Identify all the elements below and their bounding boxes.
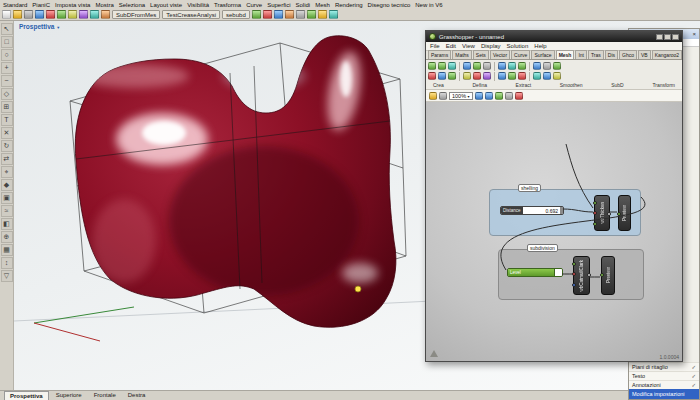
ribbon-group-crea[interactable]: Crea	[433, 82, 444, 88]
gh-tab-sets[interactable]: Sets	[473, 50, 489, 59]
menu-item-pianic[interactable]: PianiC	[32, 2, 50, 8]
group-shelling[interactable]: shelling Distance 0.692 wbThicken Previe…	[489, 189, 641, 236]
ribbon-group-extract[interactable]: Extract	[516, 82, 532, 88]
checkmark-icon[interactable]: ✓	[691, 381, 696, 389]
menu-item-seleziona[interactable]: Seleziona	[119, 2, 145, 8]
subdfrommesh-button[interactable]: SubDFromMes	[112, 10, 160, 19]
list-item[interactable]: Testo ✓	[629, 371, 699, 380]
group-label[interactable]: shelling	[518, 184, 541, 192]
text-icon[interactable]: T	[1, 114, 13, 126]
gh-menu-file[interactable]: File	[430, 43, 440, 49]
input-nub[interactable]	[600, 273, 604, 277]
gh-component-icon[interactable]	[463, 72, 471, 80]
sebubd-button[interactable]: sebubd	[222, 10, 250, 19]
tab-frontale[interactable]: Frontale	[89, 391, 121, 400]
gh-component-icon[interactable]	[483, 62, 491, 70]
point-icon[interactable]: +	[1, 62, 13, 74]
gh-tab-kangaroo2[interactable]: Kangaroo2	[652, 50, 682, 59]
open-file-icon[interactable]	[13, 10, 22, 19]
gh-component-icon[interactable]	[438, 72, 446, 80]
gh-tab-maths[interactable]: Maths	[452, 50, 472, 59]
mesh-icon[interactable]: ▦	[1, 244, 13, 256]
gh-component-icon[interactable]	[483, 72, 491, 80]
extrude-icon[interactable]: ↕	[1, 257, 13, 269]
menu-item-solidi[interactable]: Solidi	[296, 2, 311, 8]
group-label[interactable]: subdivision	[527, 244, 558, 252]
menu-item-visibilita[interactable]: Visibilità	[187, 2, 209, 8]
open-document-icon[interactable]	[429, 92, 437, 100]
undo-icon[interactable]	[46, 10, 55, 19]
gh-tab-transform[interactable]: Tras	[588, 50, 604, 59]
wbthicken-component[interactable]: wbThicken	[594, 195, 610, 231]
close-icon[interactable]	[672, 34, 679, 40]
gh-tab-display[interactable]: Dis	[605, 50, 618, 59]
output-nub[interactable]	[607, 212, 611, 216]
menu-item-trasforma[interactable]: Trasforma	[214, 2, 241, 8]
print-icon[interactable]	[35, 10, 44, 19]
gh-component-icon[interactable]	[473, 72, 481, 80]
list-item[interactable]: Piani di ritaglio ✓	[629, 362, 699, 371]
gh-component-icon[interactable]	[498, 62, 506, 70]
menu-item-disegno-tecnico[interactable]: Disegno tecnico	[368, 2, 411, 8]
menu-item-imposta-vista[interactable]: Imposta vista	[55, 2, 90, 8]
input-nub[interactable]	[593, 222, 597, 226]
join-icon[interactable]: ⊕	[1, 231, 13, 243]
zoom-in-icon[interactable]	[475, 92, 483, 100]
rebuild-icon[interactable]: ≈	[1, 205, 13, 217]
gh-tab-surface[interactable]: Surface	[531, 50, 554, 59]
subd-blob[interactable]	[75, 36, 396, 327]
list-item[interactable]: Annotazioni ✓	[629, 380, 699, 389]
gh-component-icon[interactable]	[508, 72, 516, 80]
gh-menu-display[interactable]: Display	[481, 43, 501, 49]
ribbon-group-transform[interactable]: Transform	[652, 82, 675, 88]
preview-component[interactable]: Preview	[601, 256, 615, 295]
gh-tab-curve[interactable]: Curve	[511, 50, 530, 59]
circle-icon[interactable]: ○	[1, 49, 13, 61]
osnap-icon[interactable]: ⌖	[1, 166, 13, 178]
grasshopper-titlebar[interactable]: Grasshopper - unnamed	[426, 31, 682, 42]
input-nub[interactable]	[572, 272, 576, 276]
gh-component-icon[interactable]	[448, 62, 456, 70]
gh-component-icon[interactable]	[438, 62, 446, 70]
move-icon[interactable]	[101, 10, 110, 19]
ribbon-group-defina[interactable]: Defina	[472, 82, 486, 88]
menu-item-layout-viste[interactable]: Layout viste	[150, 2, 182, 8]
menu-item-new-in-v6[interactable]: New in V6	[415, 2, 442, 8]
gh-menu-help[interactable]: Help	[534, 43, 546, 49]
panel-close-icon[interactable]: ×	[692, 31, 696, 37]
gh-menu-solution[interactable]: Solution	[507, 43, 529, 49]
warning-triangle-icon[interactable]	[430, 350, 438, 357]
gh-component-icon[interactable]	[473, 62, 481, 70]
gh-component-icon[interactable]	[498, 72, 506, 80]
rotate-icon[interactable]: ↻	[1, 140, 13, 152]
output-nub[interactable]	[587, 273, 591, 277]
zoom-level-dropdown[interactable]: 100% ▾	[449, 92, 473, 100]
polygon-icon[interactable]: ◇	[1, 88, 13, 100]
gh-menu-view[interactable]: View	[462, 43, 475, 49]
preview-component[interactable]: Preview	[618, 195, 631, 231]
pan-icon[interactable]	[68, 10, 77, 19]
gh-component-icon[interactable]	[428, 62, 436, 70]
zoom-icon[interactable]	[79, 10, 88, 19]
split-icon[interactable]: ◧	[1, 218, 13, 230]
minimize-icon[interactable]	[656, 34, 663, 40]
gh-tab-intersect[interactable]: Int	[575, 50, 587, 59]
menu-item-standard[interactable]: Standard	[3, 2, 27, 8]
input-nub[interactable]	[572, 262, 576, 266]
menu-item-superfici[interactable]: Superfici	[267, 2, 290, 8]
layer-tool-icon[interactable]	[318, 10, 327, 19]
solid-tool-icon[interactable]	[296, 10, 305, 19]
surface-icon[interactable]: ▣	[1, 192, 13, 204]
level-slider[interactable]: Level	[507, 268, 563, 277]
wbcatmullclark-component[interactable]: wbCatmullClark	[573, 256, 590, 295]
viewport-dropdown-icon[interactable]: ▼	[56, 25, 60, 30]
distance-slider[interactable]: Distance 0.692	[500, 206, 564, 215]
gh-tab-vector[interactable]: Vector	[490, 50, 510, 59]
checkmark-icon[interactable]: ✓	[691, 363, 696, 371]
input-nub[interactable]	[572, 283, 576, 287]
gh-component-icon[interactable]	[518, 72, 526, 80]
gh-tab-params[interactable]: Params	[428, 50, 451, 59]
ribbon-group-subd[interactable]: SubD	[611, 82, 624, 88]
gh-component-icon[interactable]	[543, 72, 551, 80]
gh-component-icon[interactable]	[543, 62, 551, 70]
